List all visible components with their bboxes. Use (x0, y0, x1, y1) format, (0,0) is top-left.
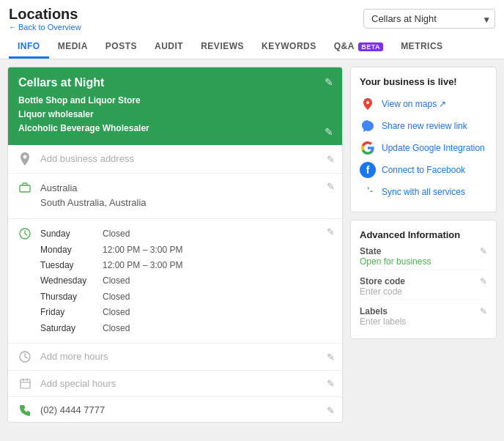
tab-posts[interactable]: POSTS (97, 36, 146, 59)
facebook-item[interactable]: f Connect to Facebook (360, 159, 487, 181)
more-hours-row: Add more hours ✎ (8, 344, 342, 371)
live-card: Your business is live! View on maps ↗ Sh… (350, 67, 497, 212)
back-arrow-icon: ← (9, 23, 17, 32)
friday-hours: Closed (103, 305, 333, 319)
state-value: Open for business (360, 256, 472, 267)
more-hours-edit-icon[interactable]: ✎ (327, 351, 335, 362)
google-item[interactable]: Update Google Integration (360, 137, 487, 159)
business-categories: Bottle Shop and Liquor Store Liquor whol… (18, 94, 332, 136)
location-dropdown-wrapper: Cellars at Night ▾ (363, 9, 495, 29)
special-hours-placeholder: Add special hours (40, 378, 333, 389)
sync-item[interactable]: Sync with all services (360, 181, 487, 203)
sync-icon (360, 184, 376, 200)
monday-label: Monday (40, 242, 103, 257)
header: Locations ← Back to Overview Cellars at … (0, 0, 504, 59)
store-code-item: Store code Enter code ✎ (360, 276, 487, 300)
address-row: Add business address ✎ (8, 145, 342, 174)
labels-placeholder: Enter labels (360, 316, 472, 327)
hours-edit-icon[interactable]: ✎ (327, 226, 335, 237)
region-state: South Australia, Australia (40, 196, 333, 211)
sync-link-text: Sync with all services (382, 187, 465, 197)
business-card: Cellars at Night Bottle Shop and Liquor … (8, 67, 342, 145)
region-row: Australia South Australia, Australia ✎ (8, 174, 342, 220)
main-content: Cellars at Night Bottle Shop and Liquor … (0, 59, 504, 430)
review-link-text: Share new review link (382, 121, 467, 131)
maps-link-text: View on maps ↗ (382, 99, 447, 109)
special-hours-row: Add special hours ✎ (8, 371, 342, 397)
tuesday-hours: 12:00 PM – 3:00 PM (103, 258, 333, 273)
right-panel: Your business is live! View on maps ↗ Sh… (350, 67, 497, 423)
tab-qla[interactable]: Q&A BETA (325, 36, 392, 59)
phone-row: (02) 4444 7777 ✎ (8, 397, 342, 423)
state-item: State Open for business ✎ (360, 246, 487, 270)
tab-audit[interactable]: AUDIT (146, 36, 192, 59)
thursday-label: Thursday (40, 289, 103, 304)
back-link[interactable]: ← Back to Overview (9, 23, 81, 32)
left-panel: Cellars at Night Bottle Shop and Liquor … (7, 67, 343, 423)
beta-badge: BETA (358, 42, 383, 51)
svg-rect-3 (21, 379, 30, 388)
sunday-label: Sunday (40, 226, 103, 241)
tab-reviews[interactable]: REVIEWS (192, 36, 253, 59)
business-categories-edit-icon[interactable]: ✎ (325, 126, 333, 138)
hours-grid: SundayClosed Monday12:00 PM – 3:00 PM Tu… (40, 226, 333, 336)
saturday-hours: Closed (103, 321, 333, 336)
store-code-placeholder: Enter code (360, 286, 472, 297)
labels-label: Labels (360, 306, 472, 316)
review-item[interactable]: Share new review link (360, 115, 487, 137)
maps-item[interactable]: View on maps ↗ (360, 93, 487, 115)
category-3: Alcoholic Beverage Wholesaler (18, 122, 332, 136)
saturday-label: Saturday (40, 321, 103, 336)
advanced-card: Advanced Information State Open for busi… (350, 220, 497, 339)
tab-keywords[interactable]: KEYWORDS (253, 36, 325, 59)
special-hours-icon (17, 378, 33, 389)
page-title: Locations (9, 6, 81, 23)
facebook-icon: f (360, 162, 376, 178)
svg-rect-0 (20, 185, 30, 192)
more-hours-icon (17, 351, 33, 363)
more-hours-placeholder: Add more hours (40, 351, 333, 362)
sunday-hours: Closed (103, 226, 333, 241)
location-dropdown[interactable]: Cellars at Night (363, 9, 495, 29)
business-edit-icon[interactable]: ✎ (325, 76, 333, 88)
review-icon (360, 118, 376, 134)
tab-media[interactable]: MEDIA (49, 36, 97, 59)
wednesday-hours: Closed (103, 273, 333, 288)
business-name: Cellars at Night (18, 76, 332, 89)
address-icon (17, 152, 33, 166)
thursday-hours: Closed (103, 289, 333, 304)
tab-metrics[interactable]: METRICS (392, 36, 452, 59)
region-country: Australia (40, 181, 333, 196)
advanced-title: Advanced Information (360, 229, 487, 240)
address-edit-icon[interactable]: ✎ (327, 153, 335, 164)
live-title: Your business is live! (360, 76, 487, 87)
phone-icon (17, 404, 33, 416)
state-edit-icon[interactable]: ✎ (480, 246, 487, 256)
phone-edit-icon[interactable]: ✎ (327, 404, 335, 415)
clock-icon (17, 228, 33, 240)
region-icon (17, 182, 33, 193)
labels-edit-icon[interactable]: ✎ (480, 306, 487, 316)
tabs-bar: INFO MEDIA POSTS AUDIT REVIEWS KEYWORDS … (9, 36, 495, 59)
google-link-text: Update Google Integration (382, 143, 485, 153)
phone-value: (02) 4444 7777 (40, 404, 333, 415)
tuesday-label: Tuesday (40, 258, 103, 273)
hours-row: SundayClosed Monday12:00 PM – 3:00 PM Tu… (8, 219, 342, 344)
google-icon (360, 140, 376, 156)
monday-hours: 12:00 PM – 3:00 PM (103, 242, 333, 257)
region-edit-icon[interactable]: ✎ (327, 181, 335, 192)
wednesday-label: Wednesday (40, 273, 103, 288)
maps-icon (360, 96, 376, 112)
tab-info[interactable]: INFO (9, 36, 49, 59)
special-hours-edit-icon[interactable]: ✎ (327, 378, 335, 389)
region-value: Australia South Australia, Australia (40, 181, 333, 212)
address-placeholder: Add business address (40, 153, 333, 164)
category-2: Liquor wholesaler (18, 108, 332, 122)
state-label: State (360, 246, 472, 256)
labels-item: Labels Enter labels ✎ (360, 306, 487, 327)
store-code-label: Store code (360, 276, 472, 286)
category-1: Bottle Shop and Liquor Store (18, 94, 332, 108)
facebook-link-text: Connect to Facebook (382, 165, 465, 175)
friday-label: Friday (40, 305, 103, 319)
store-code-edit-icon[interactable]: ✎ (480, 276, 487, 286)
